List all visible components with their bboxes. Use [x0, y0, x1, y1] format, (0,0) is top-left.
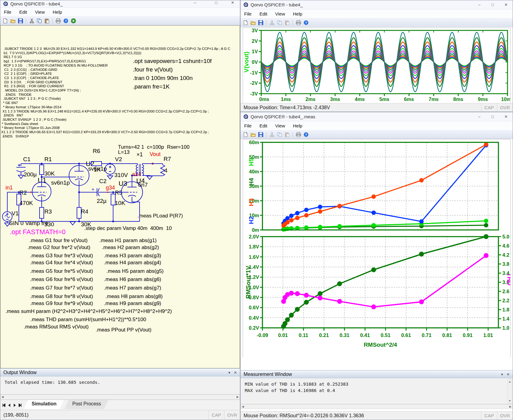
menu-item-file[interactable]: File — [244, 11, 251, 16]
netlist-line: RE1 7 0 1G — [4, 55, 22, 59]
svg-text:5.0: 5.0 — [502, 234, 509, 239]
output-panel-header[interactable]: Output Window ▾ ✕ — [0, 368, 240, 377]
run-icon[interactable] — [70, 18, 76, 24]
netlist-line: * GE 6N7 — [3, 101, 18, 105]
minimize-button[interactable]: – — [473, 112, 486, 121]
menu-item-help[interactable]: Help — [293, 123, 302, 128]
save-icon[interactable] — [258, 20, 264, 26]
canvas-text: .opt savepowers=1 cshunt=10f — [133, 58, 212, 64]
canvas-text: .meas H9 param abs(g9) — [104, 300, 161, 307]
netlist-line: C1 2 3 {CCG} ; CATHODE-GRID — [4, 68, 57, 72]
canvas-text: .meas G9 four fre*9 v(Vout) — [30, 300, 93, 307]
waveform-plot-area[interactable]: 3V2V1V0V-1V-2V-3V0ms1ms2ms3ms4ms5ms6ms7m… — [243, 28, 511, 104]
help-icon[interactable]: ? — [303, 132, 309, 138]
menu-item-edit[interactable]: Edit — [259, 123, 267, 128]
last-tab-icon[interactable] — [19, 404, 22, 407]
svg-text:RMSout^2/4: RMSout^2/4 — [364, 342, 397, 348]
svg-text:-0.09: -0.09 — [257, 332, 268, 338]
titlebar[interactable]: Qorvo QSPICE® - tube4_ – □ ✕ — [0, 0, 240, 8]
copy-icon[interactable] — [36, 18, 42, 24]
copy-icon[interactable] — [276, 20, 282, 26]
print-icon[interactable] — [295, 20, 301, 26]
close-button[interactable]: ✕ — [499, 112, 513, 121]
paste-icon[interactable] — [284, 132, 290, 138]
rmsthd-series — [281, 234, 489, 329]
cut-icon[interactable] — [29, 18, 35, 24]
svg-text:0.21: 0.21 — [319, 332, 329, 338]
caps-lock-indicator: CAP — [481, 103, 497, 112]
panel-dropdown-icon[interactable]: ▾ — [228, 370, 230, 375]
help-icon[interactable]: ? — [303, 20, 309, 26]
open-file-icon[interactable] — [10, 18, 16, 24]
tab-simulation[interactable]: Simulation — [24, 400, 64, 409]
minimize-button[interactable]: – — [473, 0, 486, 9]
panel-dropdown-icon[interactable]: ▾ — [501, 372, 503, 377]
waveform-traces — [261, 32, 508, 92]
scroll-right-icon[interactable]: ▶ — [237, 396, 239, 398]
cut-icon[interactable] — [269, 20, 275, 26]
open-file-icon[interactable] — [250, 132, 256, 138]
svg-text:60m: 60m — [249, 140, 259, 145]
tab-post-process[interactable]: Post Process — [64, 400, 109, 409]
maximize-button[interactable]: □ — [210, 0, 223, 6]
netlist-line: .ENDS TRIODE — [5, 93, 32, 97]
next-tab-icon[interactable] — [13, 404, 16, 407]
paste-icon[interactable] — [44, 18, 50, 24]
svg-text:2.6: 2.6 — [502, 289, 509, 294]
menu-item-file[interactable]: File — [4, 9, 11, 15]
canvas-text: .meas G1 four fre v(Vout) — [29, 238, 88, 244]
new-file-icon[interactable] — [2, 18, 8, 24]
measurement-plot-area[interactable]: 0m10m20m30m40m50m60mH5H4H3H2 2.0V1.8V1.6… — [243, 139, 511, 357]
first-tab-icon[interactable] — [2, 404, 5, 407]
cut-icon[interactable] — [269, 132, 275, 138]
prev-tab-icon[interactable] — [8, 404, 11, 407]
open-file-icon[interactable] — [250, 20, 256, 26]
netlist-line: X1 1 2 3 TRIODE MU=36.65 EX=1.537 KG1=10… — [1, 130, 209, 134]
panel-close-icon[interactable]: ✕ — [507, 372, 510, 377]
maximize-button[interactable]: □ — [486, 112, 499, 121]
save-icon[interactable] — [258, 132, 264, 138]
vertical-scrollbar[interactable]: ▲ ▼ — [508, 379, 512, 404]
menu-item-view[interactable]: View — [35, 9, 45, 15]
help-icon[interactable]: ? — [63, 18, 69, 24]
measurement-panel-body[interactable]: MIN value of THD is 1.91883 at 0.252383M… — [241, 379, 513, 404]
menu-item-help[interactable]: Help — [53, 9, 62, 15]
print-icon[interactable] — [55, 18, 61, 24]
menu-item-file[interactable]: File — [244, 123, 251, 128]
titlebar[interactable]: Qorvo QSPICE® - tube4_ – □ ✕ — [241, 0, 513, 9]
scroll-right-icon[interactable]: ▶ — [509, 405, 511, 408]
minimize-button[interactable]: – — [188, 0, 202, 6]
close-button[interactable]: ✕ — [226, 0, 239, 6]
caps-lock-indicator: CAP — [481, 411, 497, 420]
netlist-line: * library format: LTSpice 30-Mar-2014 — [3, 105, 61, 109]
scroll-left-icon[interactable]: ◀ — [2, 396, 4, 398]
titlebar[interactable]: Qorvo QSPICE® - tube4_.meas – □ ✕ — [241, 112, 513, 121]
horizontal-scrollbar[interactable]: ◀ ▶ — [241, 404, 513, 409]
panel-close-icon[interactable]: ✕ — [234, 370, 237, 375]
maximize-button[interactable]: □ — [486, 0, 499, 9]
new-file-icon[interactable] — [242, 132, 248, 138]
horizontal-scrollbar[interactable]: ◀ ▶ — [0, 394, 240, 400]
close-button[interactable]: ✕ — [499, 0, 513, 9]
measurement-panel-header[interactable]: Measurement Window ▾ ✕ — [241, 370, 513, 378]
netlist-line: .ENDS SV6N1P — [2, 134, 29, 139]
schematic-canvas[interactable]: .SUBCKT TRIODE 1 2 3 MU=29.30 EX=1.332 K… — [0, 25, 240, 368]
canvas-text: .meas H3 param abs(g3) — [104, 253, 161, 259]
scroll-left-icon[interactable]: ◀ — [242, 405, 244, 408]
print-icon[interactable] — [295, 132, 301, 138]
copy-icon[interactable] — [276, 132, 282, 138]
rmsthd-grid — [262, 237, 498, 328]
output-panel-body[interactable]: Total elapsed time: 130.685 seconds. — [0, 377, 240, 394]
new-file-icon[interactable] — [242, 20, 248, 26]
canvas-text: .meas G2 four fre*2 v(Vout) — [27, 245, 90, 251]
menu-item-edit[interactable]: Edit — [259, 11, 267, 16]
menu-item-help[interactable]: Help — [293, 11, 302, 16]
scroll-down-icon[interactable]: ▼ — [508, 400, 511, 402]
window-title: Qorvo QSPICE® - tube4_ — [251, 2, 303, 7]
menu-item-edit[interactable]: Edit — [19, 9, 27, 15]
save-icon[interactable] — [17, 18, 23, 24]
scroll-up-icon[interactable]: ▲ — [508, 380, 511, 383]
menu-item-view[interactable]: View — [275, 123, 285, 128]
paste-icon[interactable] — [284, 20, 290, 26]
menu-item-view[interactable]: View — [275, 11, 285, 16]
